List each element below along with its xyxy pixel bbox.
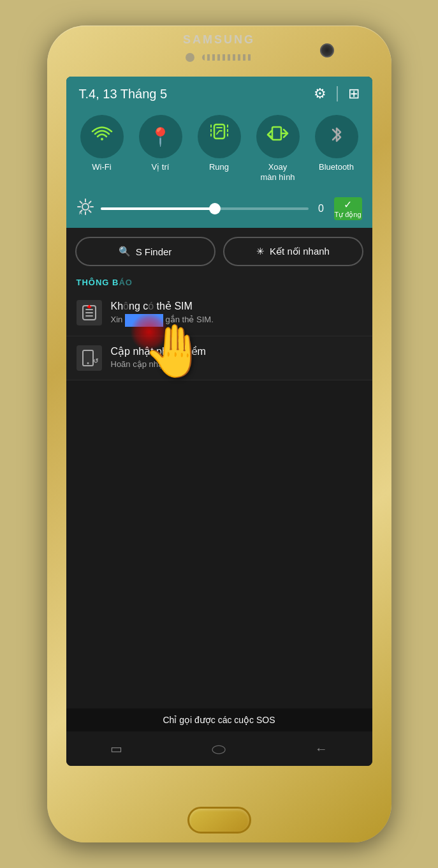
qs-rotate[interactable]: Xoaymàn hình (256, 115, 300, 182)
brightness-row: A 0 ✓ Tự động (66, 192, 372, 228)
settings-icon[interactable]: ⚙ (314, 86, 326, 102)
bottom-nav: ▭ ⬭ ← (66, 731, 372, 766)
svg-point-13 (82, 204, 89, 210)
header-divider (337, 86, 338, 101)
auto-brightness-box[interactable]: ✓ Tự động (334, 197, 362, 220)
brightness-thumb[interactable] (209, 203, 221, 214)
notif-update-title: Cập nhật phần mềm (111, 345, 362, 357)
recent-apps-button[interactable]: ▭ (110, 741, 122, 756)
qs-grid: Wi-Fi 📍 Vị trí (66, 108, 372, 192)
s-finder-icon: 🔍 (119, 246, 131, 257)
svg-line-18 (80, 202, 82, 204)
rotate-icon (266, 123, 289, 151)
notif-update-subtitle: Hoãn cập nhật. (111, 359, 362, 369)
svg-text:↺: ↺ (93, 357, 98, 364)
notif-item-sim[interactable]: Không có thẻ SIM Xin gắn thẻ SIM. (66, 291, 372, 336)
svg-line-20 (89, 202, 91, 204)
notif-item-update[interactable]: ↺ Cập nhật phần mềm Hoãn cập nhật. (66, 336, 372, 380)
vibrate-label: Rung (209, 162, 229, 172)
location-label: Vị trí (152, 162, 170, 172)
phone-bottom (47, 766, 391, 868)
vibrate-circle (198, 115, 241, 158)
svg-rect-0 (210, 124, 212, 128)
qs-vibrate[interactable]: Rung (198, 115, 241, 182)
qs-location[interactable]: 📍 Vị trí (139, 115, 182, 182)
s-finder-button[interactable]: 🔍 S Finder (75, 237, 215, 266)
qs-header-icons: ⚙ ⊞ (314, 86, 360, 102)
notif-sim-content: Không có thẻ SIM Xin gắn thẻ SIM. (111, 300, 362, 327)
bluetooth-circle (315, 115, 358, 158)
home-physical-button[interactable] (187, 807, 251, 834)
svg-rect-2 (210, 133, 212, 137)
screen: T.4, 13 Tháng 5 ⚙ ⊞ Wi-Fi (66, 77, 372, 766)
svg-rect-10 (272, 127, 281, 140)
bluetooth-label: Bluetooth (319, 162, 354, 172)
quick-connect-button[interactable]: ✳ Kết nối nhanh (223, 237, 363, 266)
svg-text:A: A (79, 211, 82, 215)
brightness-value: 0 (315, 203, 328, 214)
notification-area: 🔍 S Finder ✳ Kết nối nhanh THÔNG BÁO (66, 228, 372, 380)
svg-rect-1 (210, 129, 212, 132)
sim-icon (77, 300, 102, 326)
grid-icon[interactable]: ⊞ (348, 86, 360, 102)
home-button-screen[interactable]: ⬭ (212, 739, 226, 759)
brand-label: SAMSUNG (183, 33, 255, 47)
vibrate-icon (208, 123, 231, 151)
notif-sim-subtitle: Xin gắn thẻ SIM. (111, 314, 362, 327)
brightness-icon: A (77, 198, 94, 220)
location-circle: 📍 (139, 115, 182, 158)
svg-line-19 (89, 211, 91, 213)
phone-frame: SAMSUNG T.4, 13 Tháng 5 ⚙ ⊞ (47, 26, 391, 842)
quick-connect-icon: ✳ (256, 246, 265, 257)
auto-label: Tự động (334, 211, 361, 219)
notif-update-content: Cập nhật phần mềm Hoãn cập nhật. (111, 345, 362, 369)
sos-bar: Chỉ gọi được các cuộc SOS (66, 708, 372, 731)
qs-header: T.4, 13 Tháng 5 ⚙ ⊞ (66, 77, 372, 108)
sos-text: Chỉ gọi được các cuộc SOS (163, 715, 275, 725)
wifi-label: Wi-Fi (92, 162, 111, 172)
qs-date: T.4, 13 Tháng 5 (79, 87, 168, 101)
quick-settings-panel: T.4, 13 Tháng 5 ⚙ ⊞ Wi-Fi (66, 77, 372, 228)
brightness-fill (101, 207, 215, 210)
wifi-icon (91, 124, 113, 150)
section-label: THÔNG BÁO (66, 273, 372, 291)
svg-rect-5 (227, 133, 228, 137)
location-icon: 📍 (149, 126, 172, 147)
notif-buttons-row: 🔍 S Finder ✳ Kết nối nhanh (66, 228, 372, 273)
rotate-circle (256, 115, 300, 158)
svg-rect-4 (227, 129, 228, 132)
quick-connect-label: Kết nối nhanh (270, 246, 330, 257)
svg-point-30 (87, 363, 89, 364)
phone-top-bar: SAMSUNG (47, 26, 391, 77)
qs-wifi[interactable]: Wi-Fi (80, 115, 124, 182)
speaker (202, 54, 253, 61)
bluetooth-icon (325, 123, 348, 151)
s-finder-label: S Finder (136, 246, 172, 257)
update-icon: ↺ (77, 345, 102, 371)
sensor-dot (186, 53, 194, 62)
brightness-slider[interactable] (101, 207, 309, 210)
front-camera (320, 43, 334, 57)
svg-rect-3 (227, 124, 228, 128)
qs-bluetooth[interactable]: Bluetooth (315, 115, 358, 182)
back-button[interactable]: ← (315, 742, 328, 756)
notif-sim-title: Không có thẻ SIM (111, 300, 362, 312)
wifi-circle (80, 115, 124, 158)
rotate-label: Xoaymàn hình (260, 162, 295, 182)
auto-check-icon: ✓ (344, 198, 352, 211)
